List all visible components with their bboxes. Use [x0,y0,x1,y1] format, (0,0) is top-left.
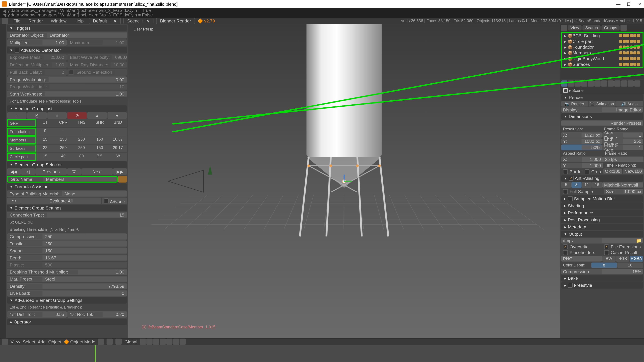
animation-button[interactable]: 🎬 Animation [589,101,616,107]
formula-header[interactable]: Formula Assistant [7,183,127,190]
egl-copy-button[interactable]: ⎘ [27,112,47,119]
outliner-editor-icon[interactable] [561,25,567,31]
orientation-dropdown[interactable]: Global [124,339,137,344]
start-weakness-field[interactable]: 1.00 [45,91,127,96]
viewport-editor-icon[interactable] [2,339,8,345]
triggers-header[interactable]: Triggers [7,25,127,31]
tab-physics[interactable] [634,80,640,87]
menu-help[interactable]: Help [72,18,86,23]
evaluate-all-button[interactable]: Evaluate All [21,198,101,204]
outliner-item[interactable]: ▸ 📦 RigidBodyWorld [562,56,642,61]
tab-constraints[interactable] [594,80,600,87]
formula-eval-icon[interactable]: ⟲ [7,198,21,204]
conn-type-field[interactable]: 15 [47,213,127,217]
render-button[interactable]: 📷 Render [561,101,588,107]
browse-folder-icon[interactable]: 📁 [602,238,643,243]
egs-header[interactable]: Element Group Selector [7,161,127,168]
egl-clear-button[interactable]: ⊘ [67,112,87,119]
mode-dropdown[interactable]: 🔶 Object Mode [64,339,96,344]
outliner-item[interactable]: ▸ 📦 Surfaces [562,61,642,67]
timeline-cursor[interactable] [95,345,96,362]
plus-icon[interactable]: + [142,18,144,23]
tensile-field[interactable]: 250 [42,241,127,246]
plus-icon[interactable]: + [109,18,111,23]
egs-previous-button[interactable]: Previous [35,168,67,175]
res-x-field[interactable]: 1920 px [582,133,602,137]
egl-up-button[interactable]: ▲ [87,112,107,119]
layout-dropdown[interactable]: Default + ✕ [89,17,120,24]
left-tab-strip[interactable] [0,24,6,338]
3d-viewport[interactable]: User Persp (0) IfcBeamStandardCase/Membe… [128,24,560,338]
display-dropdown[interactable]: Image Editor [602,107,643,112]
egl-add-button[interactable]: + [7,112,27,119]
tab-modifiers[interactable] [601,80,607,87]
detonator-field[interactable]: Detonator [47,33,127,37]
tab-texture[interactable] [621,80,627,87]
density-field[interactable]: 7798.59 [42,284,127,289]
output-path-field[interactable]: /tmp\ [561,238,602,243]
material-type-dropdown[interactable]: None [62,191,127,196]
egs-prev-icon-button[interactable]: ◁ [21,168,35,175]
start-frame-field[interactable]: 1 [623,133,643,137]
egl-row[interactable]: Surfaces2225025015029.17 [7,144,127,152]
outliner-display-dropdown[interactable]: Groups [602,25,620,30]
res-pct-slider[interactable]: 50% [582,145,602,150]
outliner-item[interactable]: ▸ 📦 Circle part [562,38,642,44]
menu-render[interactable]: Render [26,18,46,23]
editor-type-icon[interactable] [2,17,8,24]
scene-dropdown[interactable]: Scene + ✕ [123,17,154,24]
engine-dropdown[interactable]: Blender Render [156,17,195,24]
egl-row[interactable]: Foundation0---- [7,128,127,136]
compression-slider[interactable]: 15% [602,269,643,274]
format-dropdown[interactable]: PNG [561,256,602,261]
outliner-view-menu[interactable]: View [568,25,582,30]
egl-header[interactable]: Element Group List [7,105,127,112]
render-presets-dropdown[interactable]: Render Presets [561,121,643,125]
egset-header[interactable]: Element Group Settings [7,205,127,211]
progr-weakening-field[interactable]: 0.00 [49,77,127,82]
timeline-track[interactable] [0,345,644,362]
minimize-button[interactable]: — [616,1,621,7]
bend-field[interactable]: 16.67 [42,255,127,260]
tab-object[interactable] [588,80,594,87]
maximize-button[interactable]: ☐ [626,1,632,7]
egl-del-button[interactable]: ✕ [47,112,67,119]
egs-dropdown-button[interactable]: ▽ [67,168,81,175]
live-load-field[interactable]: 0 [42,291,127,296]
egs-last-button[interactable]: ▶▶ [113,168,127,175]
grp-name-action-button[interactable] [118,176,127,183]
tab-material[interactable] [614,80,620,87]
aegs-header[interactable]: Advanced Element Group Settings [7,297,127,304]
rot-tol-field[interactable]: 0.20 [103,312,127,317]
outliner-item[interactable]: ▸ 📦 BCB_Building [562,33,642,38]
adv-detonator-header[interactable]: Advanced Detonator [7,47,127,54]
close-button[interactable]: ✕ [637,1,642,7]
compressive-field[interactable]: 250 [42,234,127,239]
frame-step-field[interactable]: 1 [623,145,643,150]
shear-field[interactable]: 150 [42,248,127,253]
egl-row[interactable]: Circle part1540807.568 [7,153,127,161]
res-y-field[interactable]: 1080 px [582,139,602,144]
egs-next-button[interactable]: Next [81,168,113,175]
menu-file[interactable]: File [10,18,23,23]
menu-window[interactable]: Window [48,18,69,23]
properties-tabs[interactable] [560,80,644,87]
dist-tol-field[interactable]: 0.55 [42,312,67,317]
advanc-button[interactable]: Advanc [102,198,127,204]
grp-name-field[interactable]: Members [43,177,117,182]
aa-filter-dropdown[interactable]: Mitchell-Netravali [602,183,643,187]
tab-data[interactable] [608,80,614,87]
fps-dropdown[interactable]: 25 fps [603,157,644,162]
audio-button[interactable]: 🔊 Audio [616,101,643,107]
tab-particles[interactable] [628,80,634,87]
outliner-filter-icon[interactable] [621,25,627,31]
egs-first-button[interactable]: ◀◀ [7,168,21,175]
egl-down-button[interactable]: ▼ [107,112,127,119]
btm-field[interactable]: 1.00 [78,270,127,275]
operator-header[interactable]: Operator [7,319,127,325]
outliner-search-menu[interactable]: Search [582,25,600,30]
mat-preset-dropdown[interactable]: Steel [42,277,127,282]
egl-row[interactable]: Members1525025015016.67 [7,136,127,144]
end-frame-field[interactable]: 250 [623,139,643,144]
adv-det-checkbox[interactable] [14,48,20,53]
